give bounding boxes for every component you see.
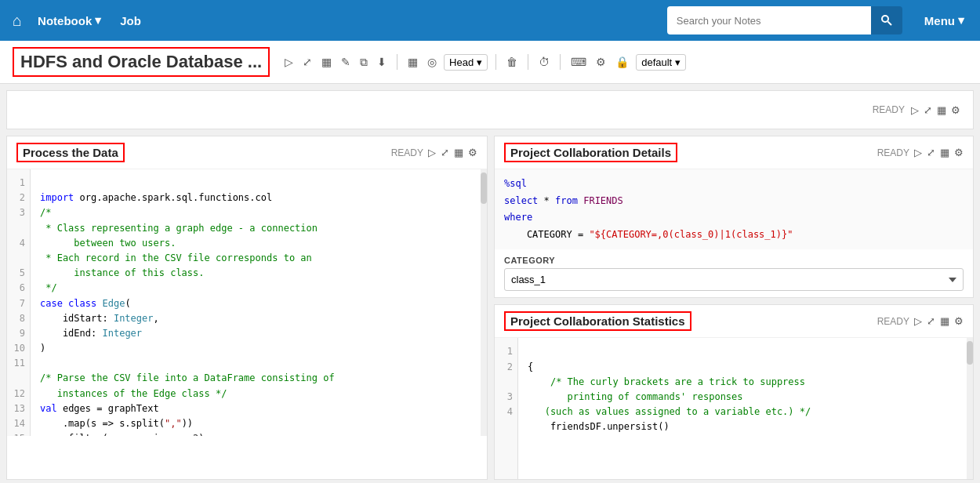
process-expand-icon[interactable]: ⤢ (441, 147, 449, 158)
details-status: READY (877, 147, 909, 158)
details-cell-header: Project Collaboration Details READY ▷ ⤢ … (495, 136, 973, 169)
category-section: CATEGORY class_1 class_0 (495, 249, 973, 297)
svg-line-1 (887, 22, 891, 26)
process-cell-title: Process the Data (16, 143, 125, 162)
default-dropdown[interactable]: default ▾ (636, 54, 686, 71)
statistics-code-content[interactable]: { /* The curly brackets are a trick to s… (518, 338, 967, 479)
statistics-gear-icon[interactable]: ⚙ (954, 315, 964, 327)
details-cell-toolbar: READY ▷ ⤢ ▦ ⚙ (877, 147, 964, 158)
two-column-area: Process the Data READY ▷ ⤢ ▦ ⚙ 123456789… (6, 136, 974, 480)
separator1 (397, 54, 397, 70)
job-menu[interactable]: Job (114, 11, 147, 31)
empty-cell-status: READY (873, 104, 905, 115)
statistics-cell-title: Project Collaboration Statistics (504, 311, 691, 331)
expand-icon[interactable]: ⤢ (300, 53, 314, 71)
edit-icon[interactable]: ✎ (339, 53, 353, 71)
search-wrap (667, 6, 902, 34)
statistics-cell: Project Collaboration Statistics READY ▷… (494, 304, 974, 480)
process-line-numbers: 12345678910111213141516 (7, 169, 31, 436)
head-dropdown[interactable]: Head ▾ (444, 54, 488, 71)
search-icon (880, 14, 893, 27)
svg-point-0 (882, 16, 888, 22)
main-content: READY ▷ ⤢ ▦ ⚙ Process the Data READY ▷ ⤢… (0, 84, 980, 483)
notebook-title: HDFS and Oracle Database ... (13, 47, 270, 77)
copy-icon[interactable]: ⧉ (358, 53, 370, 71)
process-cell-toolbar: READY ▷ ⤢ ▦ ⚙ (391, 147, 477, 158)
search-button[interactable] (871, 6, 902, 34)
separator4 (560, 54, 561, 70)
statistics-cell-toolbar: READY ▷ ⤢ ▦ ⚙ (877, 315, 964, 327)
empty-cell-toolbar: ▷ ⤢ ▦ ⚙ (911, 104, 960, 116)
clock-icon[interactable]: ⏱ (536, 53, 552, 71)
separator2 (495, 54, 496, 70)
process-grid-icon[interactable]: ▦ (454, 147, 463, 158)
empty-expand-icon[interactable]: ⤢ (924, 104, 932, 116)
gear-icon[interactable]: ⚙ (593, 53, 608, 71)
right-column: Project Collaboration Details READY ▷ ⤢ … (494, 136, 974, 480)
title-toolbar: ▷ ⤢ ▦ ✎ ⧉ ⬇ ▦ ◎ Head ▾ 🗑 ⏱ ⌨ ⚙ 🔒 default… (282, 53, 686, 71)
process-scrollbar-thumb (481, 172, 487, 204)
details-cell-title: Project Collaboration Details (504, 143, 677, 162)
statistics-status: READY (877, 316, 909, 327)
grid-icon[interactable]: ▦ (319, 53, 334, 71)
home-icon[interactable]: ⌂ (9, 9, 25, 33)
details-sql-code[interactable]: %sql select * from FRIENDS where CATEGOR… (495, 169, 973, 249)
empty-cell: READY ▷ ⤢ ▦ ⚙ (6, 90, 974, 129)
statistics-code-area: 1234 { /* The curly brackets are a trick… (495, 338, 973, 479)
menu-dropdown[interactable]: Menu ▾ (918, 10, 971, 31)
process-code-area: 12345678910111213141516 import org.apach… (7, 169, 487, 436)
details-expand-icon[interactable]: ⤢ (927, 147, 935, 158)
details-grid-icon[interactable]: ▦ (940, 147, 949, 158)
download-icon[interactable]: ⬇ (375, 53, 389, 71)
separator3 (528, 54, 528, 70)
statistics-scrollbar-thumb (967, 341, 973, 365)
notebook-menu[interactable]: Notebook ▾ (31, 10, 107, 31)
search-input[interactable] (667, 6, 871, 34)
empty-run-icon[interactable]: ▷ (911, 104, 919, 116)
empty-gear-icon[interactable]: ⚙ (951, 104, 960, 116)
process-cell-header: Process the Data READY ▷ ⤢ ▦ ⚙ (7, 136, 487, 169)
process-run-icon[interactable]: ▷ (428, 147, 436, 158)
process-scrollbar[interactable] (481, 169, 487, 436)
category-select[interactable]: class_1 class_0 (504, 268, 964, 291)
lock-icon[interactable]: 🔒 (613, 53, 631, 71)
details-run-icon[interactable]: ▷ (914, 147, 922, 158)
process-gear-icon[interactable]: ⚙ (468, 147, 477, 158)
process-code-content[interactable]: import org.apache.spark.sql.functions.co… (31, 169, 481, 436)
statistics-scrollbar[interactable] (967, 338, 973, 479)
top-navigation: ⌂ Notebook ▾ Job Menu ▾ (0, 0, 980, 41)
circle-icon[interactable]: ◎ (425, 53, 439, 71)
statistics-grid-icon[interactable]: ▦ (940, 315, 949, 327)
empty-grid-icon[interactable]: ▦ (937, 104, 946, 116)
title-bar: HDFS and Oracle Database ... ▷ ⤢ ▦ ✎ ⧉ ⬇… (0, 41, 980, 84)
details-cell: Project Collaboration Details READY ▷ ⤢ … (494, 136, 974, 298)
process-status: READY (391, 147, 423, 158)
statistics-cell-header: Project Collaboration Statistics READY ▷… (495, 305, 973, 338)
run-icon[interactable]: ▷ (282, 53, 296, 71)
details-gear-icon[interactable]: ⚙ (954, 147, 964, 158)
category-label: CATEGORY (504, 256, 964, 265)
delete-icon[interactable]: 🗑 (504, 53, 520, 71)
statistics-line-numbers: 1234 (495, 338, 518, 479)
statistics-run-icon[interactable]: ▷ (914, 315, 922, 327)
statistics-expand-icon[interactable]: ⤢ (927, 315, 935, 327)
table-icon[interactable]: ▦ (405, 53, 420, 71)
process-cell: Process the Data READY ▷ ⤢ ▦ ⚙ 123456789… (6, 136, 488, 480)
keyboard-icon[interactable]: ⌨ (568, 53, 589, 71)
